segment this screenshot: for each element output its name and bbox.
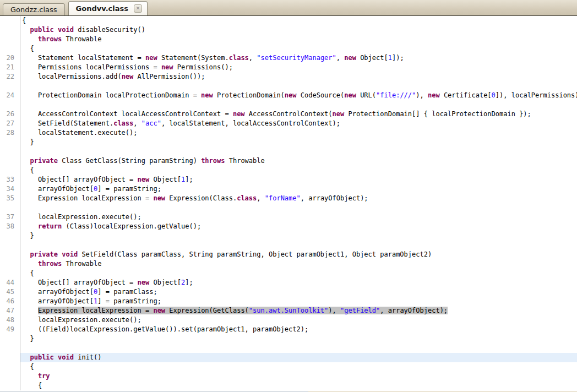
code-text: localExpression.execute(); [20,315,577,325]
code-line[interactable]: 45 arrayOfObject[0] = paramClass; [0,287,577,297]
code-text [20,344,577,353]
line-number: 45 [0,287,20,297]
code-line[interactable]: 24 ProtectionDomain localProtectionDomai… [0,91,577,100]
close-icon[interactable]: ✕ [134,4,142,13]
code-line[interactable]: { [0,362,577,372]
line-number: 28 [0,128,20,138]
code-text: localStatement.execute(); [20,128,577,138]
line-number [0,203,20,213]
code-text: Statement localStatement = new Statement… [20,53,577,63]
code-line[interactable]: public void init() [0,353,577,362]
line-number: 44 [0,278,20,287]
code-line[interactable]: } [0,138,577,147]
code-line[interactable]: 37 localExpression.execute(); [0,213,577,222]
line-number [0,25,20,35]
code-line[interactable]: 38 return (Class)localExpression.getValu… [0,222,577,231]
code-text: arrayOfObject[0] = paramClass; [20,287,577,297]
code-line[interactable]: 28 localStatement.execute(); [0,128,577,138]
code-line[interactable]: 47 Expression localExpression = new Expr… [0,306,577,315]
code-line[interactable] [0,81,577,91]
line-number: 33 [0,175,20,184]
line-number [0,241,20,250]
code-line[interactable]: 46 arrayOfObject[1] = paramString; [0,297,577,306]
code-line[interactable]: public void disableSecurity() [0,25,577,35]
code-line[interactable]: 21 Permissions localPermissions = new Pe… [0,63,577,72]
code-line[interactable]: 48 localExpression.execute(); [0,315,577,325]
code-line[interactable]: throws Throwable [0,259,577,269]
code-text: localExpression.execute(); [20,213,577,222]
code-line[interactable] [0,203,577,213]
code-line[interactable] [0,147,577,156]
tab-gondzz-class[interactable]: Gondzz.class [3,3,65,15]
line-number: 35 [0,194,20,203]
line-number [0,269,20,278]
line-number [0,334,20,344]
line-number [0,35,20,44]
code-text: throws Throwable [20,35,577,44]
code-line[interactable]: try [0,372,577,381]
code-line[interactable] [0,241,577,250]
tab-bar: Gondzz.class Gondvv.class ✕ [0,0,577,16]
line-number [0,100,20,110]
line-number [0,231,20,241]
code-line[interactable]: { [0,381,577,390]
line-number [0,16,20,25]
code-text: throws Throwable [20,259,577,269]
line-number: 27 [0,119,20,128]
code-line[interactable]: { [0,44,577,53]
code-text: arrayOfObject[1] = paramString; [20,297,577,306]
code-text: ((Field)localExpression.getValue()).set(… [20,325,577,334]
code-line[interactable]: 27 SetField(Statement.class, "acc", loca… [0,119,577,128]
code-line[interactable]: } [0,334,577,344]
code-line[interactable]: 35 Expression localExpression = new Expr… [0,194,577,203]
code-text: } [20,231,577,241]
line-number [0,81,20,91]
code-text: } [20,334,577,344]
code-text: { [20,16,577,25]
code-text: { [20,166,577,175]
code-text: } [20,138,577,147]
code-text: return (Class)localExpression.getValue()… [20,222,577,231]
selected-code: Expression localExpression = new Express… [38,307,448,314]
code-text: { [20,381,577,390]
line-number [0,44,20,53]
code-line[interactable]: private Class GetClass(String paramStrin… [0,156,577,166]
code-text: arrayOfObject[0] = paramString; [20,184,577,194]
code-text: Expression localExpression = new Express… [20,306,577,315]
code-line[interactable]: 22 localPermissions.add(new AllPermissio… [0,72,577,81]
code-text: public void init() [20,353,577,362]
code-line[interactable]: 33 Object[] arrayOfObject = new Object[1… [0,175,577,184]
code-text [20,241,577,250]
line-number [0,344,20,353]
code-line[interactable]: { [0,269,577,278]
code-editor[interactable]: { public void disableSecurity() throws T… [0,16,577,391]
line-number: 24 [0,91,20,100]
code-line[interactable]: 34 arrayOfObject[0] = paramString; [0,184,577,194]
line-number: 20 [0,53,20,63]
line-number: 21 [0,63,20,72]
code-line[interactable]: 26 AccessControlContext localAccessContr… [0,110,577,119]
tab-label: Gondvv.class [76,4,128,13]
code-text: Object[] arrayOfObject = new Object[1]; [20,175,577,184]
code-line[interactable]: 44 Object[] arrayOfObject = new Object[2… [0,278,577,287]
code-line[interactable]: { [0,16,577,25]
line-number: 48 [0,315,20,325]
line-number [0,381,20,390]
code-line[interactable]: 20 Statement localStatement = new Statem… [0,53,577,63]
code-text: ProtectionDomain localProtectionDomain =… [20,91,577,100]
code-text: { [20,362,577,372]
code-line[interactable] [0,100,577,110]
code-line[interactable]: private void SetField(Class paramClass, … [0,250,577,259]
line-number: 38 [0,222,20,231]
code-text: Permissions localPermissions = new Permi… [20,63,577,72]
code-text: private Class GetClass(String paramStrin… [20,156,577,166]
code-line[interactable]: 49 ((Field)localExpression.getValue()).s… [0,325,577,334]
code-line[interactable]: throws Throwable [0,35,577,44]
code-line[interactable]: } [0,231,577,241]
tab-label: Gondzz.class [10,6,57,14]
code-line[interactable] [0,344,577,353]
tab-gondvv-class[interactable]: Gondvv.class ✕ [68,1,148,15]
code-text: localPermissions.add(new AllPermission()… [20,72,577,81]
code-line[interactable]: { [0,166,577,175]
line-number: 22 [0,72,20,81]
